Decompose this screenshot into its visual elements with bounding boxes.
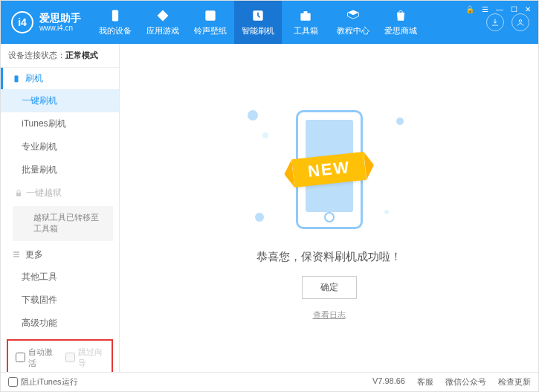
nav-apps-games[interactable]: 应用游戏 xyxy=(139,1,187,44)
nav-smart-flash[interactable]: 智能刷机 xyxy=(234,1,282,44)
success-illustration: NEW xyxy=(240,103,419,237)
svg-rect-3 xyxy=(300,13,310,21)
lock-icon xyxy=(14,189,23,198)
svg-rect-7 xyxy=(16,193,21,196)
main-nav: 我的设备 应用游戏 铃声壁纸 智能刷机 工具箱 教程中心 xyxy=(91,1,486,44)
ringtone-icon xyxy=(203,8,218,23)
svg-rect-8 xyxy=(13,252,19,253)
options-highlight-box: 自动激活 跳过向导 xyxy=(7,339,113,372)
lock-icon[interactable]: 🔒 xyxy=(464,4,476,15)
device-icon xyxy=(108,8,123,23)
nav-store[interactable]: 爱思商城 xyxy=(377,1,425,44)
checkbox-block-itunes-input[interactable] xyxy=(8,377,18,387)
sidebar-item-download-firmware[interactable]: 下载固件 xyxy=(1,289,119,312)
footer-link-wechat[interactable]: 微信公众号 xyxy=(445,376,486,388)
app-title: 爱思助手 xyxy=(39,12,81,25)
logo: i4 爱思助手 www.i4.cn xyxy=(1,1,91,44)
sidebar-item-batch-flash[interactable]: 批量刷机 xyxy=(1,158,119,181)
checkbox-skip-guide[interactable]: 跳过向导 xyxy=(65,347,105,369)
nav-ringtones[interactable]: 铃声壁纸 xyxy=(187,1,234,44)
nav-tutorials[interactable]: 教程中心 xyxy=(329,1,377,44)
sidebar: 设备连接状态：正常模式 刷机 一键刷机 iTunes刷机 专业刷机 批量刷机 一… xyxy=(1,44,120,372)
svg-rect-6 xyxy=(15,75,19,82)
svg-rect-4 xyxy=(304,11,308,13)
phone-icon xyxy=(12,74,21,83)
header: i4 爱思助手 www.i4.cn 我的设备 应用游戏 铃声壁纸 智能刷机 xyxy=(1,1,538,44)
svg-rect-1 xyxy=(205,10,215,20)
store-icon xyxy=(393,8,408,23)
download-button[interactable] xyxy=(486,13,504,31)
checkbox-auto-activate[interactable]: 自动激活 xyxy=(16,347,55,369)
tutorial-icon xyxy=(346,8,361,23)
app-subtitle: www.i4.cn xyxy=(39,24,81,33)
menu-icon[interactable]: ☰ xyxy=(480,4,490,15)
nav-my-device[interactable]: 我的设备 xyxy=(91,1,139,44)
footer-link-update[interactable]: 检查更新 xyxy=(498,376,531,388)
toolbox-icon xyxy=(298,8,313,23)
svg-rect-10 xyxy=(13,257,19,257)
logo-icon: i4 xyxy=(11,11,33,33)
version-label: V7.98.66 xyxy=(372,376,405,388)
sidebar-group-jailbreak: 一键越狱 xyxy=(1,181,119,205)
svg-point-5 xyxy=(519,20,522,23)
minimize-icon[interactable]: — xyxy=(494,4,505,15)
checkbox-auto-activate-input[interactable] xyxy=(16,353,25,362)
svg-rect-0 xyxy=(112,10,118,22)
view-log-link[interactable]: 查看日志 xyxy=(313,309,346,321)
list-icon xyxy=(12,250,21,259)
success-message: 恭喜您，保资料刷机成功啦！ xyxy=(256,250,401,264)
close-icon[interactable]: ✕ xyxy=(523,4,532,15)
checkbox-skip-guide-input xyxy=(65,353,75,362)
footer-link-support[interactable]: 客服 xyxy=(417,376,433,388)
sidebar-item-pro-flash[interactable]: 专业刷机 xyxy=(1,135,119,158)
connection-status: 设备连接状态：正常模式 xyxy=(1,44,119,68)
sidebar-group-flash[interactable]: 刷机 xyxy=(1,68,119,89)
confirm-button[interactable]: 确定 xyxy=(302,276,357,299)
sidebar-item-advanced[interactable]: 高级功能 xyxy=(1,312,119,335)
footer: 阻止iTunes运行 V7.98.66 客服 微信公众号 检查更新 xyxy=(1,372,538,391)
user-button[interactable] xyxy=(511,13,529,31)
sidebar-item-other-tools[interactable]: 其他工具 xyxy=(1,266,119,289)
apps-icon xyxy=(155,8,170,23)
nav-toolbox[interactable]: 工具箱 xyxy=(282,1,329,44)
sidebar-item-oneclick-flash[interactable]: 一键刷机 xyxy=(1,89,119,112)
main-content: NEW 恭喜您，保资料刷机成功啦！ 确定 查看日志 xyxy=(120,44,538,372)
flash-icon xyxy=(251,8,265,23)
sidebar-item-itunes-flash[interactable]: iTunes刷机 xyxy=(1,112,119,135)
sidebar-group-more[interactable]: 更多 xyxy=(1,244,119,266)
svg-rect-9 xyxy=(13,254,19,255)
jailbreak-note: 越狱工具已转移至工具箱 xyxy=(13,206,113,241)
checkbox-block-itunes[interactable]: 阻止iTunes运行 xyxy=(8,376,78,388)
maximize-icon[interactable]: ☐ xyxy=(509,4,519,15)
